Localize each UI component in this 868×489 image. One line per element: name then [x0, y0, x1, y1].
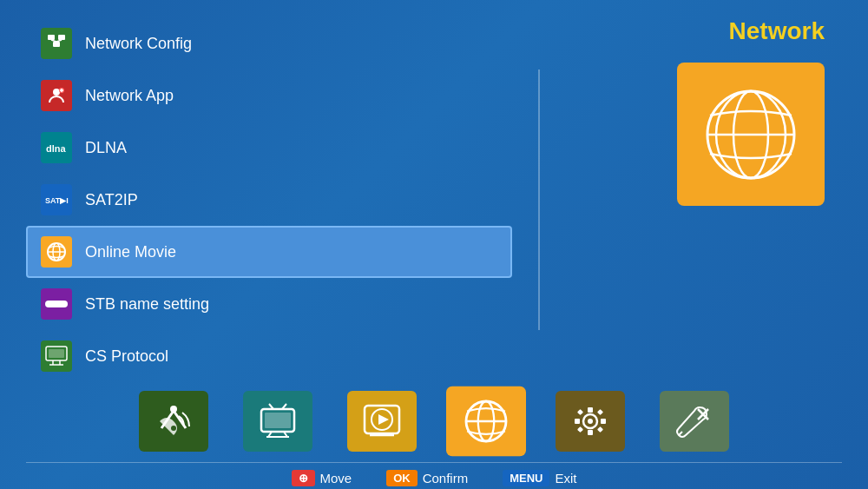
network-app-label: Network App [85, 87, 174, 105]
svg-rect-14 [45, 301, 68, 307]
exit-status: MENU Exit [503, 470, 576, 486]
menu-item-network-app[interactable]: Network App [26, 69, 512, 122]
svg-line-3 [51, 40, 56, 42]
svg-rect-44 [588, 407, 593, 413]
svg-line-4 [56, 40, 62, 42]
svg-rect-51 [597, 426, 603, 433]
svg-point-5 [53, 89, 60, 96]
cs-protocol-icon [41, 340, 72, 372]
exit-key-badge: MENU [503, 470, 549, 486]
menu-item-online-movie[interactable]: Online Movie [26, 226, 512, 278]
main-container: Network Config Network App [0, 0, 868, 489]
svg-line-52 [679, 432, 682, 435]
svg-rect-29 [265, 413, 291, 428]
network-app-icon [41, 80, 72, 111]
online-movie-icon [41, 236, 72, 268]
stb-name-label: STB name setting [85, 295, 209, 314]
menu-item-cs-protocol[interactable]: CS Protocol [26, 330, 512, 382]
network-globe-large [677, 63, 825, 206]
move-status: ⊕ Move [292, 470, 352, 486]
menu-item-dlna[interactable]: dlna DLNA [26, 122, 512, 174]
svg-rect-47 [601, 419, 606, 424]
svg-text:SAT▶IP: SAT▶IP [45, 196, 69, 205]
tools-bottom-icon[interactable] [660, 391, 729, 452]
tv-bottom-icon[interactable] [243, 391, 312, 452]
menu-item-network-config[interactable]: Network Config [26, 17, 512, 69]
svg-text:dlna: dlna [46, 143, 66, 154]
sat2ip-label: SAT2IP [85, 191, 138, 209]
right-panel: Network [566, 17, 842, 382]
move-key-badge: ⊕ [292, 470, 315, 486]
menu-item-sat2ip[interactable]: SAT▶IP SAT2IP [26, 174, 512, 226]
dlna-label: DLNA [85, 139, 127, 157]
svg-rect-46 [575, 419, 580, 424]
menu-item-stb-name[interactable]: STB name setting [26, 278, 512, 330]
svg-rect-50 [577, 426, 583, 433]
exit-label: Exit [555, 471, 576, 486]
vertical-divider [538, 69, 540, 330]
bottom-icon-row [26, 391, 842, 452]
page-title: Network [729, 17, 825, 45]
network-bottom-icon[interactable] [446, 387, 526, 457]
confirm-label: Confirm [423, 471, 469, 486]
svg-rect-16 [49, 349, 64, 358]
media-bottom-icon[interactable] [347, 391, 417, 452]
content-area: Network Config Network App [26, 17, 842, 382]
confirm-status: OK Confirm [386, 470, 468, 486]
network-config-label: Network Config [85, 35, 192, 53]
online-movie-label: Online Movie [85, 243, 176, 261]
move-label: Move [320, 471, 352, 486]
sat2ip-icon: SAT▶IP [41, 184, 72, 215]
cs-protocol-label: CS Protocol [85, 347, 168, 366]
svg-rect-2 [53, 42, 60, 47]
svg-rect-0 [48, 35, 55, 40]
svg-point-26 [170, 406, 177, 413]
left-panel: Network Config Network App [26, 17, 512, 382]
settings-bottom-icon[interactable] [556, 391, 625, 452]
status-bar: ⊕ Move OK Confirm MENU Exit [26, 462, 842, 486]
svg-point-27 [171, 426, 176, 431]
svg-rect-49 [597, 409, 603, 415]
dlna-icon: dlna [41, 132, 72, 163]
network-config-icon [41, 28, 72, 59]
svg-rect-45 [588, 430, 593, 435]
svg-rect-1 [58, 35, 65, 40]
satellite-bottom-icon[interactable] [139, 391, 208, 452]
confirm-key-badge: OK [386, 470, 418, 486]
svg-rect-48 [577, 409, 583, 415]
bottom-bar: ⊕ Move OK Confirm MENU Exit [26, 382, 842, 486]
svg-point-43 [588, 419, 593, 424]
stb-name-icon [41, 288, 72, 320]
svg-marker-37 [378, 414, 389, 425]
